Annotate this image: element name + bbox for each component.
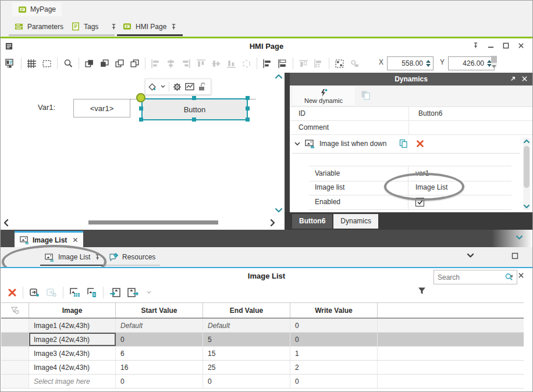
selection-handle[interactable] — [192, 117, 196, 122]
table-row[interactable]: Image4 (42w,43h) 16 25 2 — [1, 361, 524, 375]
dynamics-signal-icon[interactable] — [185, 83, 194, 91]
match-height-icon[interactable] — [314, 59, 324, 69]
zoom-icon[interactable] — [63, 58, 73, 69]
x-stepper-icon[interactable] — [426, 60, 431, 67]
import-images-icon[interactable] — [109, 287, 121, 298]
panels-toggle-icon[interactable] — [5, 58, 16, 69]
scroll-down-icon[interactable] — [524, 205, 530, 209]
distribute-horizontal-icon[interactable] — [262, 59, 272, 69]
table-row-new[interactable]: Select image here 0 0 0 — [1, 375, 524, 389]
add-image-icon[interactable] — [29, 287, 40, 298]
new-dynamic-button[interactable]: New dynamic — [292, 87, 355, 105]
search-box[interactable] — [433, 270, 517, 284]
cell-start-value[interactable]: Default — [116, 319, 203, 332]
scrollbar-thumb[interactable] — [524, 146, 530, 188]
link-icon[interactable] — [350, 59, 360, 69]
select-all-header-cell[interactable] — [1, 303, 29, 318]
distribute-vertical-icon[interactable] — [278, 59, 287, 69]
column-header-end-value[interactable]: End Value — [203, 303, 290, 318]
column-header-image[interactable]: Image — [29, 303, 116, 318]
panel-splitter[interactable] — [285, 73, 290, 230]
y-coordinate-input[interactable]: 426.00 — [448, 56, 495, 70]
row-selector-cell[interactable] — [1, 361, 29, 374]
row-selector-cell[interactable] — [1, 319, 29, 332]
selection-handle[interactable] — [192, 96, 196, 100]
more-options-icon[interactable] — [147, 291, 151, 294]
pin-icon[interactable] — [111, 23, 117, 30]
io-field-widget[interactable]: <var1> — [73, 99, 130, 117]
align-right-icon[interactable] — [181, 59, 191, 69]
delete-icon[interactable] — [8, 288, 17, 297]
property-row-comment[interactable]: Comment — [290, 120, 532, 135]
replace-image-icon[interactable] — [46, 287, 57, 298]
paste-icon[interactable] — [361, 90, 371, 101]
row-selector-cell[interactable] — [1, 333, 29, 346]
scroll-down-icon[interactable] — [275, 208, 283, 213]
tab-parameters[interactable]: Parameters — [9, 19, 69, 36]
table-row[interactable]: Image1 (42w,43h) Default Default 0 — [1, 319, 524, 333]
cell-end-value[interactable]: 25 — [203, 361, 290, 374]
selection-handle[interactable] — [246, 106, 250, 111]
column-header-start-value[interactable]: Start Value — [116, 303, 203, 318]
search-filter-icon[interactable] — [502, 273, 517, 281]
chevron-down-icon[interactable] — [161, 85, 165, 88]
cell-image[interactable]: Image4 (42w,43h) — [29, 361, 116, 374]
copy-icon[interactable] — [399, 139, 408, 148]
cell-start-value[interactable]: 6 — [116, 347, 203, 360]
delete-dynamic-icon[interactable] — [416, 140, 424, 148]
close-icon[interactable] — [521, 76, 528, 82]
scroll-up-icon[interactable] — [275, 74, 283, 79]
cell-write-value[interactable]: 0 — [290, 375, 378, 388]
cell-image[interactable]: Image2 (42w,43h) — [29, 333, 116, 346]
bring-to-front-icon[interactable] — [84, 59, 94, 69]
align-middle-icon[interactable] — [211, 59, 221, 69]
cell-image[interactable]: Image1 (42w,43h) — [29, 319, 116, 332]
scroll-left-icon[interactable] — [3, 219, 9, 227]
maximize-icon[interactable] — [503, 42, 509, 49]
close-icon[interactable] — [518, 272, 524, 279]
cell-start-value[interactable]: 16 — [116, 361, 203, 374]
toolbar-more-icon[interactable] — [492, 65, 496, 68]
export-images-icon[interactable] — [127, 287, 138, 298]
chevron-down-icon[interactable] — [294, 142, 300, 146]
cell-start-value[interactable]: 0 — [116, 375, 203, 388]
cell-write-value[interactable]: 0 — [290, 333, 378, 346]
tab-list-chevron-icon[interactable] — [516, 235, 523, 240]
property-row-id[interactable]: ID Button6 — [290, 106, 532, 121]
gear-icon[interactable] — [173, 83, 182, 91]
grid-icon[interactable] — [27, 59, 37, 69]
align-bottom-icon[interactable] — [226, 59, 236, 69]
selection-handle[interactable] — [139, 117, 143, 122]
cell-image[interactable]: Image3 (42w,43h) — [29, 347, 116, 360]
cell-write-value[interactable]: 1 — [290, 347, 378, 360]
align-top-icon[interactable] — [196, 59, 206, 69]
tab-hmi-page[interactable]: HMI Page — [117, 19, 183, 36]
pin-icon[interactable] — [170, 23, 177, 30]
unlock-icon[interactable] — [198, 83, 205, 91]
selection-handle[interactable] — [246, 117, 250, 122]
selection-handle[interactable] — [139, 106, 143, 111]
float-window-icon[interactable] — [510, 76, 516, 82]
scroll-right-icon[interactable] — [270, 219, 275, 227]
cell-write-value[interactable]: 2 — [290, 361, 378, 374]
filter-icon[interactable] — [417, 286, 427, 295]
row-selector-cell[interactable] — [1, 375, 29, 388]
rotation-anchor-handle[interactable] — [136, 93, 145, 102]
table-row[interactable]: Image3 (42w,43h) 6 15 1 — [1, 347, 524, 361]
align-left-icon[interactable] — [151, 59, 161, 69]
cell-write-value[interactable]: 0 — [290, 319, 378, 332]
rotate-icon[interactable] — [241, 59, 251, 69]
group-selection-icon[interactable] — [335, 59, 344, 69]
tab-mypage[interactable]: MyPage — [12, 2, 62, 16]
image-number-view-icon[interactable]: 8 — [87, 287, 97, 298]
image-table-view-icon[interactable] — [69, 287, 81, 298]
table-row-selected[interactable]: Image2 (42w,43h) 0 5 0 — [1, 333, 524, 347]
column-header-write-value[interactable]: Write Value — [290, 303, 378, 318]
cell-start-value[interactable]: 0 — [116, 333, 203, 346]
cell-end-value[interactable]: 0 — [203, 375, 290, 388]
horizontal-scrollbar-thumb[interactable] — [88, 220, 218, 224]
send-backward-icon[interactable] — [115, 59, 125, 69]
bring-forward-icon[interactable] — [100, 59, 109, 69]
close-icon[interactable] — [518, 42, 524, 49]
scroll-up-icon[interactable] — [524, 139, 530, 143]
